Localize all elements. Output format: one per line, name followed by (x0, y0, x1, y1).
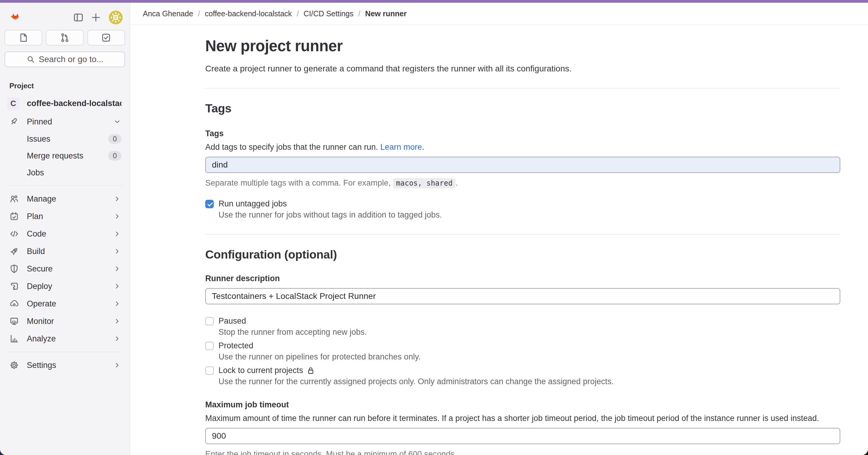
tags-help-text: Add tags to specify jobs that the runner… (205, 142, 380, 152)
lock-checkbox[interactable] (205, 366, 214, 375)
protected-description: Use the runner on pipelines for protecte… (205, 352, 840, 362)
paused-checkbox-row[interactable]: Paused (205, 316, 840, 326)
page-intro: Create a project runner to generate a co… (205, 64, 840, 73)
shield-icon (9, 264, 19, 273)
sidebar-item-merge-requests[interactable]: Merge requests 0 (4, 148, 125, 164)
sidebar-item-manage[interactable]: Manage (4, 190, 125, 207)
window-accent-bar (0, 0, 868, 3)
chevron-right-icon (113, 299, 121, 308)
settings-label: Settings (27, 361, 113, 370)
tags-field-label: Tags (205, 129, 840, 138)
code-label: Code (27, 229, 113, 239)
tags-field-help: Add tags to specify jobs that the runner… (205, 142, 840, 152)
lock-description: Use the runner for the currently assigne… (205, 377, 840, 386)
paused-description: Stop the runner from accepting new jobs. (205, 328, 840, 337)
lock-checkbox-row[interactable]: Lock to current projects (205, 366, 840, 375)
tags-example-code: macos, shared (393, 178, 456, 188)
sidebar-item-code[interactable]: Code (4, 225, 125, 242)
timeout-label: Maximum job timeout (205, 400, 840, 410)
pin-icon (9, 117, 19, 127)
section-divider (205, 88, 840, 89)
sidebar-section-label: Project (9, 82, 125, 90)
runner-description-input[interactable] (205, 288, 840, 304)
sidebar-item-monitor[interactable]: Monitor (4, 313, 125, 330)
chevron-right-icon (113, 361, 121, 369)
sidebar-divider (7, 352, 123, 352)
secure-label: Secure (27, 264, 113, 273)
main-area: Anca Ghenade / coffee-backend-localstack… (130, 3, 868, 455)
run-untagged-checkbox[interactable] (205, 200, 214, 208)
issues-shortcut-button[interactable] (4, 30, 42, 45)
rocket-icon (9, 247, 19, 256)
sidebar: Search or go to... Project C coffee-back… (0, 3, 130, 455)
breadcrumb-project[interactable]: coffee-backend-localstack (205, 9, 292, 18)
learn-more-link[interactable]: Learn more (380, 142, 422, 152)
merge-request-icon (60, 33, 70, 43)
tags-section-heading: Tags (205, 102, 840, 115)
chevron-right-icon (113, 230, 121, 238)
cloud-pod-icon (9, 299, 19, 308)
create-new-button[interactable] (87, 9, 104, 26)
sidebar-item-deploy[interactable]: Deploy (4, 278, 125, 295)
sidebar-item-operate[interactable]: Operate (4, 295, 125, 313)
sidebar-item-issues[interactable]: Issues 0 (4, 130, 125, 148)
sidebar-item-jobs[interactable]: Jobs (4, 164, 125, 181)
user-avatar[interactable] (109, 10, 123, 24)
bar-chart-icon (9, 334, 19, 344)
search-placeholder: Search or go to... (39, 55, 104, 64)
lock-icon (306, 366, 315, 375)
topbar: Anca Ghenade / coffee-backend-localstack… (130, 3, 868, 25)
breadcrumb: Anca Ghenade / coffee-backend-localstack… (143, 9, 407, 18)
config-section-heading: Configuration (optional) (205, 248, 840, 261)
plan-label: Plan (27, 212, 113, 221)
tags-hint-text: Separate multiple tags with a comma. For… (205, 178, 393, 188)
monitor-label: Monitor (27, 317, 113, 326)
protected-checkbox-row[interactable]: Protected (205, 341, 840, 351)
run-untagged-checkbox-row[interactable]: Run untagged jobs (205, 199, 840, 208)
breadcrumb-separator: / (358, 9, 361, 18)
tags-input[interactable] (205, 157, 840, 173)
tags-hint-period: . (456, 178, 458, 188)
chevron-right-icon (113, 265, 121, 273)
gitlab-logo[interactable] (9, 10, 22, 24)
issues-label: Issues (27, 134, 108, 144)
merge-requests-count-badge: 0 (108, 151, 121, 161)
avatar-identicon (109, 10, 123, 24)
todo-shortcut-button[interactable] (87, 30, 125, 45)
panel-toggle-button[interactable] (70, 9, 87, 26)
sidebar-item-project[interactable]: C coffee-backend-localstack (4, 94, 125, 113)
deploy-cycle-icon (9, 282, 19, 291)
sidebar-item-plan[interactable]: Plan (4, 207, 125, 225)
protected-label: Protected (218, 341, 253, 351)
pinned-label: Pinned (27, 117, 113, 127)
chevron-right-icon (113, 317, 121, 325)
merge-requests-label: Merge requests (27, 151, 108, 161)
paused-checkbox[interactable] (205, 317, 214, 325)
paused-label: Paused (218, 316, 246, 326)
deploy-label: Deploy (27, 282, 113, 291)
sidebar-item-analyze[interactable]: Analyze (4, 330, 125, 348)
protected-checkbox[interactable] (205, 342, 214, 350)
merge-requests-shortcut-button[interactable] (46, 30, 84, 45)
chevron-right-icon (113, 247, 121, 256)
breadcrumb-separator: / (198, 9, 200, 18)
sidebar-item-pinned[interactable]: Pinned (4, 113, 125, 130)
search-input[interactable]: Search or go to... (4, 52, 125, 67)
breadcrumb-cicd-settings[interactable]: CI/CD Settings (304, 9, 353, 18)
breadcrumb-user[interactable]: Anca Ghenade (143, 9, 193, 18)
search-icon (26, 55, 35, 64)
issues-doc-icon (19, 33, 29, 43)
analyze-label: Analyze (27, 334, 113, 344)
sidebar-divider (7, 185, 123, 186)
run-untagged-label: Run untagged jobs (218, 199, 287, 208)
section-divider (205, 234, 840, 235)
sidebar-item-settings[interactable]: Settings (4, 356, 125, 374)
sidebar-item-secure[interactable]: Secure (4, 260, 125, 278)
timeout-input[interactable] (205, 428, 840, 444)
build-label: Build (27, 247, 113, 256)
sidebar-shortcuts (4, 30, 125, 45)
sidebar-header (4, 3, 125, 26)
runner-description-label: Runner description (205, 274, 840, 283)
sidebar-item-build[interactable]: Build (4, 242, 125, 260)
gitlab-tanuki-icon (9, 10, 22, 23)
